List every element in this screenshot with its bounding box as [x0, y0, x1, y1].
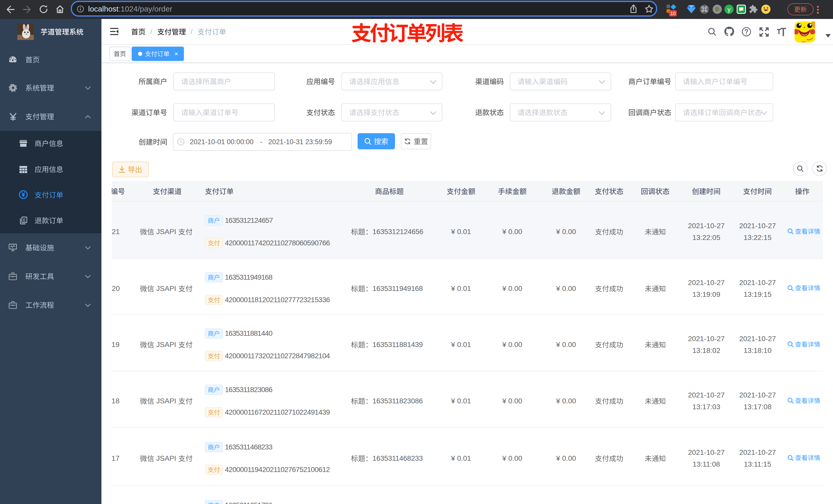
svg-text:10: 10 — [670, 11, 675, 16]
svg-text:y: y — [728, 6, 731, 13]
